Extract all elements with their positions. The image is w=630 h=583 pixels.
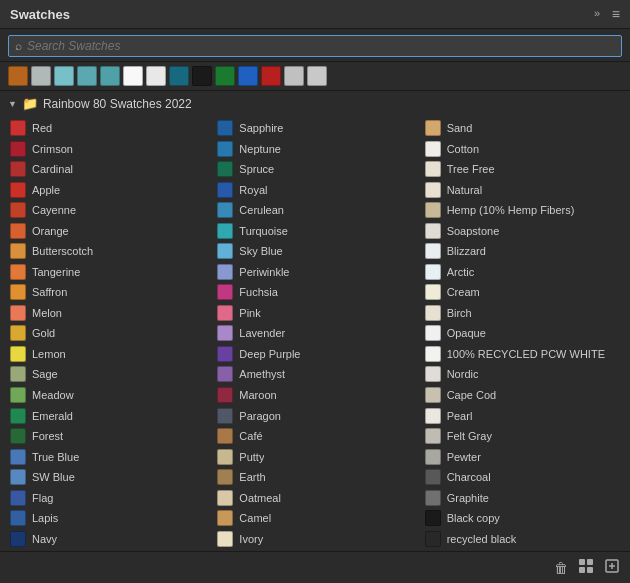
list-item[interactable]: Maroon bbox=[211, 385, 418, 406]
list-item[interactable]: Cream bbox=[419, 282, 626, 303]
list-item[interactable]: Navy bbox=[4, 528, 211, 549]
list-item[interactable]: Graphite bbox=[419, 487, 626, 508]
list-item[interactable]: Deep Purple bbox=[211, 344, 418, 365]
list-item[interactable]: Tree Free bbox=[419, 159, 626, 180]
list-item[interactable]: Cardinal bbox=[4, 159, 211, 180]
list-item[interactable]: Emerald bbox=[4, 405, 211, 426]
quick-swatch[interactable] bbox=[215, 66, 235, 86]
list-item[interactable]: Forest bbox=[4, 426, 211, 447]
list-item[interactable]: Sapphire bbox=[211, 118, 418, 139]
delete-icon[interactable]: 🗑 bbox=[552, 558, 570, 578]
list-item[interactable]: Felt Gray bbox=[419, 426, 626, 447]
list-item[interactable]: Sand bbox=[419, 118, 626, 139]
list-item[interactable]: Royal bbox=[211, 180, 418, 201]
quick-swatch[interactable] bbox=[261, 66, 281, 86]
quick-swatch[interactable] bbox=[146, 66, 166, 86]
list-item[interactable]: Neptune bbox=[211, 139, 418, 160]
list-item[interactable]: Gold bbox=[4, 323, 211, 344]
list-item[interactable]: Hemp (10% Hemp Fibers) bbox=[419, 200, 626, 221]
new-swatch-icon[interactable] bbox=[602, 556, 622, 579]
list-item[interactable]: Putty bbox=[211, 446, 418, 467]
list-item[interactable]: True Blue bbox=[4, 446, 211, 467]
list-item[interactable]: Birch bbox=[419, 303, 626, 324]
list-item[interactable]: Oatmeal bbox=[211, 487, 418, 508]
list-item[interactable]: Cayenne bbox=[4, 200, 211, 221]
quick-swatch[interactable] bbox=[31, 66, 51, 86]
swatch-name-label: Nordic bbox=[447, 368, 479, 380]
list-item[interactable]: recycled black bbox=[419, 528, 626, 549]
list-item[interactable]: Butterscotch bbox=[4, 241, 211, 262]
list-item[interactable]: Tangerine bbox=[4, 262, 211, 283]
quick-swatch[interactable] bbox=[307, 66, 327, 86]
list-item[interactable]: Amethyst bbox=[211, 364, 418, 385]
swatch-name-label: Turquoise bbox=[239, 225, 288, 237]
quick-swatch[interactable] bbox=[77, 66, 97, 86]
swatch-name-label: Butterscotch bbox=[32, 245, 93, 257]
list-item[interactable]: Cape Cod bbox=[419, 385, 626, 406]
list-item[interactable]: Cerulean bbox=[211, 200, 418, 221]
quick-swatch[interactable] bbox=[238, 66, 258, 86]
swatch-name-label: Cape Cod bbox=[447, 389, 497, 401]
group-name: Rainbow 80 Swatches 2022 bbox=[43, 97, 192, 111]
list-item[interactable]: Meadow bbox=[4, 385, 211, 406]
list-item[interactable]: Orange bbox=[4, 221, 211, 242]
list-item[interactable]: Pink bbox=[211, 303, 418, 324]
list-item[interactable]: Saffron bbox=[4, 282, 211, 303]
list-item[interactable]: Lavender bbox=[211, 323, 418, 344]
list-item[interactable]: Lemon bbox=[4, 344, 211, 365]
swatch-color-box bbox=[217, 490, 233, 506]
list-item[interactable]: Red bbox=[4, 118, 211, 139]
list-item[interactable]: Opaque bbox=[419, 323, 626, 344]
list-item[interactable]: Paragon bbox=[211, 405, 418, 426]
list-item[interactable]: Spruce bbox=[211, 159, 418, 180]
swatch-name-label: Birch bbox=[447, 307, 472, 319]
list-item[interactable]: Melon bbox=[4, 303, 211, 324]
quick-swatch[interactable] bbox=[123, 66, 143, 86]
list-item[interactable]: 100% RECYCLED PCW WHITE bbox=[419, 344, 626, 365]
swatch-color-box bbox=[10, 120, 26, 136]
list-item[interactable]: SW Blue bbox=[4, 467, 211, 488]
list-item[interactable]: Periwinkle bbox=[211, 262, 418, 283]
list-item[interactable]: Lapis bbox=[4, 508, 211, 529]
list-item[interactable]: Sky Blue bbox=[211, 241, 418, 262]
list-item[interactable]: Cotton bbox=[419, 139, 626, 160]
list-item[interactable]: Natural bbox=[419, 180, 626, 201]
list-item[interactable]: Earth bbox=[211, 467, 418, 488]
quick-swatch[interactable] bbox=[169, 66, 189, 86]
list-item[interactable]: Blizzard bbox=[419, 241, 626, 262]
list-item[interactable]: Apple bbox=[4, 180, 211, 201]
list-item[interactable]: Nordic bbox=[419, 364, 626, 385]
swatch-color-box bbox=[217, 120, 233, 136]
list-item[interactable]: Camel bbox=[211, 508, 418, 529]
swatch-color-box bbox=[10, 141, 26, 157]
swatch-name-label: Graphite bbox=[447, 492, 489, 504]
swatch-name-label: Hemp (10% Hemp Fibers) bbox=[447, 204, 575, 216]
list-item[interactable]: Arctic bbox=[419, 262, 626, 283]
swatch-color-box bbox=[217, 469, 233, 485]
list-item[interactable]: Pearl bbox=[419, 405, 626, 426]
list-item[interactable]: Soapstone bbox=[419, 221, 626, 242]
list-item[interactable]: Crimson bbox=[4, 139, 211, 160]
quick-swatch[interactable] bbox=[8, 66, 28, 86]
list-item[interactable]: Café bbox=[211, 426, 418, 447]
quick-swatch[interactable] bbox=[100, 66, 120, 86]
swatch-color-box bbox=[217, 305, 233, 321]
swatch-name-label: Flag bbox=[32, 492, 53, 504]
list-item[interactable]: Pewter bbox=[419, 446, 626, 467]
list-item[interactable]: Sage bbox=[4, 364, 211, 385]
quick-swatch[interactable] bbox=[192, 66, 212, 86]
list-item[interactable]: Turquoise bbox=[211, 221, 418, 242]
add-swatch-icon[interactable] bbox=[576, 556, 596, 579]
panel-menu-icon[interactable]: ≡ bbox=[612, 6, 620, 22]
swatch-name-label: 100% RECYCLED PCW WHITE bbox=[447, 348, 605, 360]
list-item[interactable]: Fuchsia bbox=[211, 282, 418, 303]
quick-swatch[interactable] bbox=[54, 66, 74, 86]
group-header[interactable]: ▼ 📁 Rainbow 80 Swatches 2022 bbox=[0, 91, 630, 116]
quick-swatch[interactable] bbox=[284, 66, 304, 86]
list-item[interactable]: Flag bbox=[4, 487, 211, 508]
list-item[interactable]: Ivory bbox=[211, 528, 418, 549]
list-item[interactable]: Charcoal bbox=[419, 467, 626, 488]
list-item[interactable]: Black copy bbox=[419, 508, 626, 529]
swatch-color-box bbox=[217, 510, 233, 526]
search-input[interactable] bbox=[27, 39, 615, 53]
